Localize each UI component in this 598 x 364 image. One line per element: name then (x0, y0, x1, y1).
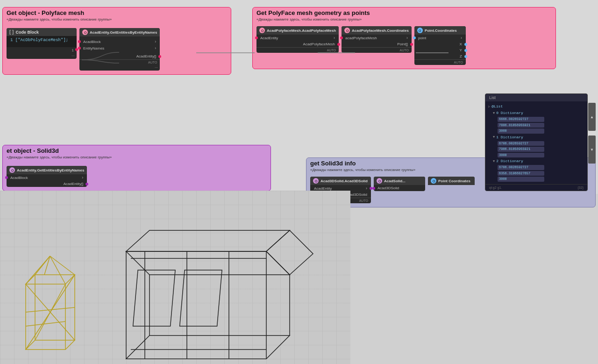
acad-polyface-in-port: acadPolyfaceMesh › (342, 35, 412, 41)
data-panel-header: List (485, 94, 587, 101)
coordinates-footer: AUTO (342, 47, 412, 53)
get-entities-1-icon: ⬡ (82, 29, 88, 35)
acad-solid-icon: ⬡ (313, 178, 319, 184)
code-block-node[interactable]: [ ] Code Block 1 ["AcDbPolyFaceMesh"]; 1… (7, 28, 77, 59)
acad-polyface-out-port: AcadPolyfaceMesh (256, 41, 339, 47)
group1-subtitle: «Дважды нажмите здесь, чтобы изменить оп… (3, 17, 231, 23)
svg-line-28 (50, 256, 75, 275)
get-entities-2-title: ⬡ AcadEntity.GetEntitiesByEntityNames (7, 166, 87, 174)
svg-marker-0 (126, 251, 290, 275)
svg-rect-8 (133, 270, 175, 326)
group2-title: Get PolyFace mesh geometry as points (253, 7, 555, 17)
tree-val-1-0: 6706.0826592727 (498, 141, 584, 147)
tree-val-2-2: 3000 (498, 176, 584, 182)
acad-block-2-port: AcadBlock › (7, 174, 87, 181)
svg-line-27 (35, 256, 50, 275)
point-coords-2-icon: ⬡ (431, 178, 436, 184)
tree-val-0-2: 3000 (498, 128, 584, 134)
acad-solid-info-title: ⬡ AcadSolid... (374, 177, 425, 185)
group-solid3d: et object - Solid3d «Дважды нажмите здес… (2, 145, 271, 191)
tree-val-1-2: 3000 (498, 152, 584, 158)
code-block-label: Code Block (15, 30, 39, 35)
acad-solid-info-icon: ⬡ (377, 178, 382, 184)
get-entities-1-ports: AcadBlock › EntityNames › (79, 36, 160, 53)
acad-solid-info-node[interactable]: ⬡ AcadSolid... Acad3DSolid (374, 177, 425, 191)
acad-entity-out-port: AcadEntity[] (79, 53, 160, 59)
svg-marker-3 (126, 335, 290, 359)
entity-names-port: EntityNames › (79, 45, 160, 51)
scroll-up-button[interactable]: ▲ (588, 103, 596, 131)
get-entities-1-footer: AUTO (79, 59, 160, 65)
tree-val-0-0: 6666.0826592727 (498, 116, 584, 122)
data-panel-footer-left: qt:g2 g1. (489, 186, 502, 189)
group-polyface-points: Get PolyFace mesh geometry as points «Дв… (252, 7, 556, 69)
svg-marker-1 (266, 230, 313, 275)
building-frame (126, 230, 313, 359)
group2-subtitle: «Дважды нажмите здесь, чтобы изменить оп… (253, 17, 555, 23)
code-block-more[interactable]: ⋯ (7, 53, 77, 59)
svg-marker-20 (26, 275, 75, 284)
point-coords-2-node[interactable]: ⬡ Point Coordinates (428, 177, 475, 185)
view-3d-canvas (0, 191, 350, 364)
tree-val-0-1: 7886.81056955921 (498, 122, 584, 128)
svg-line-23 (26, 275, 75, 350)
tree-val-1-1: 7906.81056955921 (498, 146, 584, 152)
code-bracket-icon: [ ] (9, 29, 14, 35)
coordinates-icon: ⬡ (344, 28, 350, 33)
y-out-port: Y (414, 47, 466, 53)
svg-marker-15 (26, 340, 75, 350)
z-out-port: Z (414, 53, 466, 59)
acad-entity-2-out: AcadEntity[] (7, 181, 87, 187)
get-entities-2-icon: ⬡ (9, 167, 15, 173)
wireframe-svg (0, 191, 350, 364)
svg-rect-9 (180, 270, 222, 326)
svg-line-26 (50, 256, 65, 284)
get-entities-1-title: ⬡ AcadEntity.GetEntitiesByEntityNames (79, 28, 160, 36)
tree-dict-1: ▼ 1 Dictionary (493, 134, 584, 141)
acad-polyface-icon: ⬡ (259, 28, 265, 33)
svg-marker-2 (126, 230, 290, 251)
tree-dict-0: ▼ 0 Dictionary (493, 110, 584, 116)
small-structure (26, 256, 75, 350)
point-coords-title: ⬡ Point.Coordinates (414, 26, 466, 35)
code-output-port: 1 (7, 47, 77, 53)
get-entities-1-more[interactable]: ⋯ (79, 65, 160, 71)
get-entities-node-2[interactable]: ⬡ AcadEntity.GetEntitiesByEntityNames Ac… (7, 166, 87, 187)
point-coords-2-title: ⬡ Point Coordinates (428, 177, 475, 185)
group-polyface-mesh: Get object - Polyface mesh «Дважды нажми… (2, 7, 231, 75)
acad-polyface-footer: AUTO (256, 47, 339, 53)
point-coords-node[interactable]: ⬡ Point.Coordinates point › X Y Z (414, 26, 466, 65)
tree-val-2-1: 6356.31966827657 (498, 171, 584, 177)
point-in-port: point › (414, 35, 466, 41)
acad-block-port: AcadBlock › (79, 38, 160, 45)
code-block-title: [ ] Code Block (7, 28, 77, 36)
tree-val-2-0: 6706.0826592727 (498, 164, 584, 171)
point-coords-footer: AUTO (414, 59, 466, 65)
get-entities-node-1[interactable]: ⬡ AcadEntity.GetEntitiesByEntityNames Ac… (79, 28, 160, 71)
acad-polyface-node[interactable]: ⬡ AcadPolyfaceMesh.AcadPolyfaceMesh Acad… (256, 26, 339, 53)
x-out-port: X (414, 41, 466, 47)
data-panel-footer-right: {32} (578, 186, 584, 189)
point-array-out-port: Point[] (342, 41, 412, 47)
scroll-down-button[interactable]: ▼ (588, 136, 596, 164)
svg-line-30 (26, 321, 65, 326)
group3-subtitle: «Дважды нажмите здесь, чтобы изменить оп… (3, 155, 271, 161)
acad-solid-info-in: Acad3DSolid (374, 185, 425, 191)
coordinates-node[interactable]: ⬡ AcadPolyfaceMesh.Coordinates acadPolyf… (342, 26, 412, 53)
canvas-area: Get object - Polyface mesh «Дважды нажми… (0, 0, 598, 364)
data-panel: List ▷ @List ▼ 0 Dictionary 6666.0826592… (485, 93, 588, 191)
group1-title: Get object - Polyface mesh (3, 7, 231, 17)
tree-plist: ▷ @List (488, 103, 584, 110)
data-tree: ▷ @List ▼ 0 Dictionary 6666.0826592727 7… (485, 101, 587, 184)
data-panel-footer: qt:g2 g1. {32} (485, 184, 587, 191)
group3-title: et object - Solid3d (3, 145, 271, 155)
coordinates-title: ⬡ AcadPolyfaceMesh.Coordinates (342, 26, 412, 35)
point-coords-icon: ⬡ (417, 28, 423, 33)
acad-polyface-title: ⬡ AcadPolyfaceMesh.AcadPolyfaceMesh (256, 26, 339, 35)
tree-dict-2: ▼ 2 Dictionary (493, 158, 584, 164)
acad-entity-in-port: AcadEntity › (256, 35, 339, 41)
acad-solid-title: ⬡ Acad3DSolid.Acad3DSolid (310, 177, 371, 185)
code-content: 1 ["AcDbPolyFaceMesh"]; (7, 36, 77, 47)
